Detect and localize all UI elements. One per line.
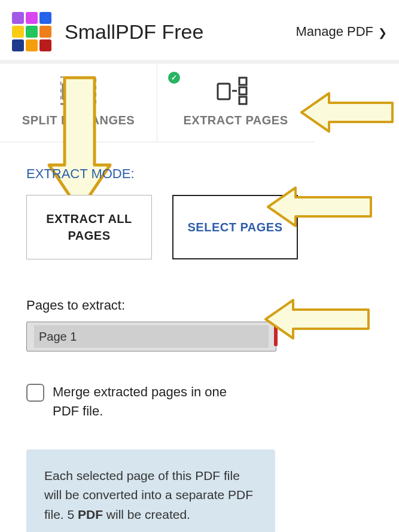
extract-pages-icon — [217, 77, 255, 105]
merge-option-row: Merge extracted pages in one PDF file. — [26, 383, 373, 421]
svg-rect-1 — [82, 84, 94, 99]
app-title: SmallPDF Free — [65, 20, 203, 44]
app-logo — [12, 12, 51, 51]
extract-all-pages-button[interactable]: EXTRACT ALL PAGES — [26, 195, 152, 259]
svg-rect-6 — [239, 78, 246, 85]
svg-rect-8 — [239, 97, 246, 104]
pages-to-extract-value: Page 1 — [34, 325, 269, 348]
content-area: EXTRACT MODE: EXTRACT ALL PAGES SELECT P… — [0, 142, 399, 532]
info-box: Each selected page of this PDF file will… — [26, 450, 275, 532]
select-pages-label: SELECT PAGES — [188, 219, 283, 236]
mode-tabs: SPLIT BY RANGES ✓ EXTRACT PAGES — [0, 63, 314, 142]
merge-checkbox-label: Merge extracted pages in one PDF file. — [53, 383, 256, 421]
svg-rect-0 — [63, 84, 75, 99]
info-text-bold: PDF — [78, 507, 103, 521]
tab-split-by-ranges[interactable]: SPLIT BY RANGES — [0, 63, 157, 142]
extract-all-pages-label: EXTRACT ALL PAGES — [27, 210, 151, 244]
split-ranges-icon — [60, 77, 96, 105]
pages-to-extract-label: Pages to extract: — [26, 298, 373, 313]
tab-extract-pages[interactable]: ✓ EXTRACT PAGES — [157, 63, 314, 142]
manage-pdf-menu[interactable]: Manage PDF ❯ — [296, 24, 387, 39]
app-header: SmallPDF Free Manage PDF ❯ — [0, 0, 399, 60]
svg-marker-9 — [301, 93, 392, 132]
tab-split-label: SPLIT BY RANGES — [22, 114, 135, 127]
svg-rect-4 — [218, 84, 230, 99]
manage-pdf-label: Manage PDF — [296, 24, 373, 39]
select-scroll-indicator — [274, 325, 278, 346]
mode-buttons: EXTRACT ALL PAGES SELECT PAGES — [26, 195, 373, 259]
checkmark-badge-icon: ✓ — [168, 72, 180, 84]
svg-rect-7 — [239, 87, 246, 94]
select-pages-button[interactable]: SELECT PAGES — [172, 195, 298, 259]
chevron-down-icon: ❯ — [378, 26, 387, 39]
tab-extract-label: EXTRACT PAGES — [183, 114, 288, 127]
pages-to-extract-select[interactable]: Page 1 — [26, 322, 276, 351]
info-text-post: will be created. — [103, 507, 190, 521]
merge-checkbox[interactable] — [26, 384, 44, 402]
extract-mode-label: EXTRACT MODE: — [26, 166, 373, 182]
